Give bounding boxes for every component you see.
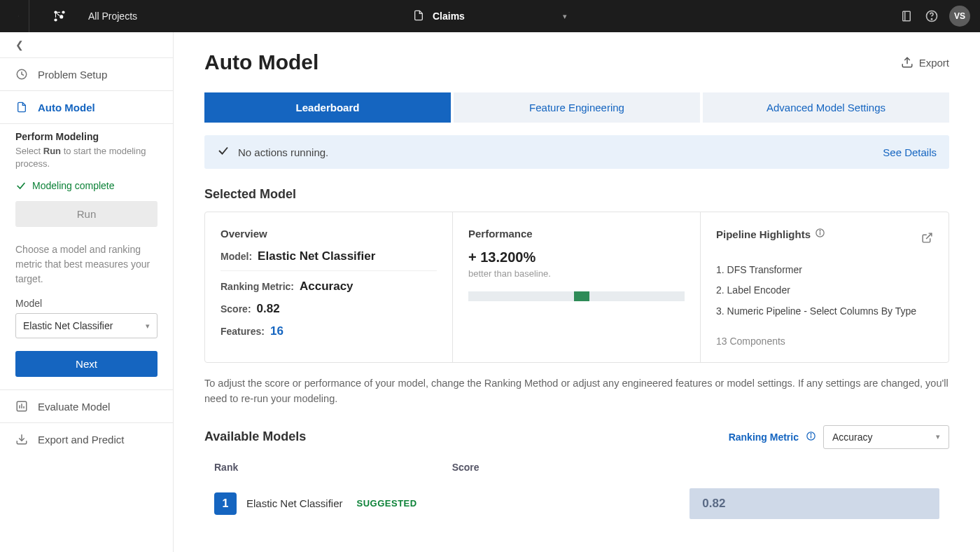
see-details-link[interactable]: See Details xyxy=(883,146,937,158)
next-button[interactable]: Next xyxy=(15,351,158,377)
help-icon xyxy=(925,9,939,23)
svg-line-30 xyxy=(926,233,932,239)
download-icon xyxy=(15,433,28,446)
pipeline-item: 2. Label Encoder xyxy=(716,280,933,301)
ranking-metric-control: Ranking Metric Accuracy ▾ xyxy=(729,425,949,449)
pipeline-column: Pipeline Highlights 1. DFS Transformer 2… xyxy=(701,212,948,362)
topbar-right: VS xyxy=(899,6,980,27)
metric-value: Accuracy xyxy=(300,280,354,294)
col-score: Score xyxy=(452,462,690,473)
export-button[interactable]: Export xyxy=(901,56,949,69)
top-bar: All Projects Claims ▾ VS xyxy=(0,0,980,32)
svg-point-29 xyxy=(820,230,820,231)
brand-logo[interactable] xyxy=(49,6,70,27)
main-header: Auto Model Export xyxy=(204,50,949,74)
score-value: 0.82 xyxy=(702,497,725,511)
check-icon xyxy=(217,144,230,160)
tab-advanced-settings[interactable]: Advanced Model Settings xyxy=(703,92,949,123)
features-key: Features: xyxy=(220,326,265,337)
selected-model-card: Overview Model: Elastic Net Classifier R… xyxy=(204,212,949,363)
info-icon[interactable] xyxy=(815,228,825,240)
perform-desc: Select Run to start the modeling process… xyxy=(15,145,158,170)
svg-point-10 xyxy=(62,11,64,13)
pipeline-footer: 13 Components xyxy=(716,336,933,347)
svg-point-33 xyxy=(811,434,811,434)
model-name: Elastic Net Classifier xyxy=(246,497,343,509)
tabs: Leaderboard Feature Engineering Advanced… xyxy=(204,92,949,123)
performance-heading: Performance xyxy=(468,228,685,240)
file-icon xyxy=(15,101,28,113)
project-switcher[interactable]: Claims ▾ xyxy=(413,9,567,24)
perform-title: Perform Modeling xyxy=(15,131,158,142)
overview-heading: Overview xyxy=(220,228,437,240)
svg-point-11 xyxy=(54,18,57,21)
col-rank: Rank xyxy=(214,462,452,473)
ranking-metric-select[interactable]: Accuracy ▾ xyxy=(823,425,949,449)
run-button: Run xyxy=(15,201,158,227)
pipeline-item: 1. DFS Transformer xyxy=(716,260,933,280)
svg-rect-13 xyxy=(56,12,60,13)
model-label: Model xyxy=(15,298,158,309)
chevron-down-icon: ▾ xyxy=(563,12,567,21)
sidebar-item-auto-model[interactable]: Auto Model xyxy=(0,90,173,123)
score-value: 0.82 xyxy=(257,302,280,316)
available-models-heading: Available Models xyxy=(204,429,306,444)
performance-subtext: better than baseline. xyxy=(468,268,685,279)
svg-rect-15 xyxy=(57,13,60,15)
score-key: Score: xyxy=(220,303,251,315)
selected-model-heading: Selected Model xyxy=(204,187,949,202)
ranking-metric-value: Accuracy xyxy=(832,432,873,443)
main-content: Auto Model Export Leaderboard Feature En… xyxy=(174,32,980,552)
svg-rect-14 xyxy=(55,13,56,18)
metric-key: Ranking Metric: xyxy=(220,281,294,292)
sidebar-perform-section: Perform Modeling Select Run to start the… xyxy=(0,123,173,173)
rank-cell: 1 Elastic Net Classifier SUGGESTED xyxy=(214,492,452,515)
export-label: Export xyxy=(919,57,949,69)
model-select-value: Elastic Net Classifier xyxy=(23,320,113,331)
performance-bar-fill xyxy=(574,291,589,301)
help-button[interactable] xyxy=(924,8,939,24)
rank-badge: 1 xyxy=(214,492,237,515)
sidebar-item-evaluate-model[interactable]: Evaluate Model xyxy=(0,389,173,422)
all-projects-link[interactable]: All Projects xyxy=(88,11,137,22)
page-title: Auto Model xyxy=(204,50,318,74)
models-table-header: Rank Score xyxy=(204,462,949,478)
model-row[interactable]: 1 Elastic Net Classifier SUGGESTED 0.82 xyxy=(204,478,949,529)
sidebar-item-export-predict[interactable]: Export and Predict xyxy=(0,422,173,455)
clock-icon xyxy=(15,68,28,81)
model-value: Elastic Net Classifier xyxy=(258,249,375,263)
tab-leaderboard[interactable]: Leaderboard xyxy=(204,92,451,123)
book-icon xyxy=(900,9,913,23)
open-external-button[interactable] xyxy=(921,232,933,247)
svg-point-12 xyxy=(59,15,63,18)
tab-feature-engineering[interactable]: Feature Engineering xyxy=(454,92,700,123)
info-icon[interactable] xyxy=(806,431,816,443)
topbar-left: All Projects xyxy=(0,0,137,32)
upload-icon xyxy=(901,56,913,69)
chevron-down-icon: ▾ xyxy=(146,322,150,331)
check-icon xyxy=(15,180,27,191)
pipeline-heading: Pipeline Highlights xyxy=(716,228,825,240)
user-avatar[interactable]: VS xyxy=(949,6,970,27)
svg-point-19 xyxy=(931,19,932,20)
bar-chart-icon xyxy=(15,400,28,413)
available-models-header: Available Models Ranking Metric Accuracy… xyxy=(204,425,949,449)
model-select[interactable]: Elastic Net Classifier ▾ xyxy=(15,313,158,338)
chevron-down-icon: ▾ xyxy=(936,432,940,441)
suggested-tag: SUGGESTED xyxy=(357,498,417,509)
modeling-status: Modeling complete xyxy=(0,173,173,198)
sidebar-item-label: Evaluate Model xyxy=(38,401,110,413)
model-field: Model Elastic Net Classifier ▾ xyxy=(0,298,173,347)
overview-column: Overview Model: Elastic Net Classifier R… xyxy=(205,212,453,362)
apps-grid-button[interactable] xyxy=(8,0,29,32)
project-name: Claims xyxy=(433,11,465,22)
book-button[interactable] xyxy=(899,8,914,24)
ranking-metric-label: Ranking Metric xyxy=(729,432,799,443)
sidebar-item-problem-setup[interactable]: Problem Setup xyxy=(0,57,173,90)
sidebar-helper-text: Choose a model and ranking metric that b… xyxy=(0,237,173,298)
model-key: Model: xyxy=(220,251,252,262)
sidebar-collapse-button[interactable]: ❮ xyxy=(0,32,173,57)
sidebar-item-label: Problem Setup xyxy=(38,69,107,81)
sidebar: ❮ Problem Setup Auto Model Perform Model… xyxy=(0,32,174,552)
features-link[interactable]: 16 xyxy=(270,324,284,338)
